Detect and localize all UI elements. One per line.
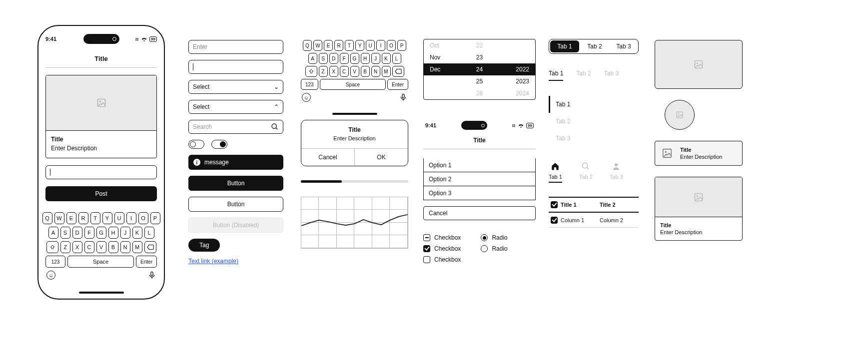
key-d[interactable]: D (72, 227, 82, 239)
key-backspace[interactable] (144, 241, 156, 253)
key-n[interactable]: N (120, 241, 130, 253)
key-s[interactable]: S (60, 227, 70, 239)
key-j[interactable]: J (371, 53, 380, 64)
compose-input[interactable] (45, 165, 157, 179)
key-u[interactable]: U (114, 212, 124, 224)
key-m[interactable]: M (132, 241, 142, 253)
mic-icon[interactable] (399, 93, 407, 102)
tab-2[interactable]: Tab 2 (580, 39, 609, 53)
key-f[interactable]: F (340, 53, 349, 64)
key-b[interactable]: B (361, 66, 370, 77)
post-button[interactable]: Post (45, 186, 157, 201)
secondary-button[interactable]: Button (188, 197, 283, 212)
text-link[interactable]: Text link (example) (188, 258, 283, 265)
key-p[interactable]: P (397, 40, 406, 51)
text-input-enter[interactable]: Enter (188, 40, 283, 54)
tab-2[interactable]: Tab 2 (576, 70, 591, 81)
key-x[interactable]: X (72, 241, 82, 253)
home-indicator[interactable] (79, 292, 124, 294)
select-all-checkbox[interactable] (551, 201, 558, 208)
date-row[interactable]: Oct22 (424, 39, 535, 51)
tab-1[interactable]: Tab 1 (549, 96, 639, 113)
list-card[interactable]: Title Enter Description (655, 141, 743, 166)
tag-chip[interactable]: Tag (188, 239, 220, 252)
key-q[interactable]: Q (303, 40, 312, 51)
checkbox-checked[interactable] (423, 245, 430, 252)
tab-1[interactable]: Tab 1 (549, 70, 563, 81)
key-w[interactable]: W (313, 40, 322, 51)
key-o[interactable]: O (387, 40, 396, 51)
tab-search[interactable]: Tab 2 (579, 162, 593, 183)
key-v[interactable]: V (96, 241, 106, 253)
date-row[interactable]: Nov23 (424, 51, 535, 63)
key-y[interactable]: Y (355, 40, 364, 51)
key-w[interactable]: W (54, 212, 64, 224)
key-s[interactable]: S (319, 53, 328, 64)
key-o[interactable]: O (138, 212, 148, 224)
key-v[interactable]: V (350, 66, 359, 77)
tab-2[interactable]: Tab 2 (549, 113, 639, 130)
key-d[interactable]: D (329, 53, 338, 64)
tab-3[interactable]: Tab 3 (609, 39, 638, 53)
tab-1[interactable]: Tab 1 (550, 40, 579, 52)
emoji-icon[interactable]: ☺ (46, 271, 55, 280)
key-l[interactable]: L (392, 53, 401, 64)
key-k[interactable]: K (132, 227, 142, 239)
key-b[interactable]: B (108, 241, 118, 253)
key-c[interactable]: C (340, 66, 349, 77)
option-3[interactable]: Option 3 (423, 186, 536, 200)
date-picker[interactable]: Oct22Nov23Dec242022252023262024 (423, 39, 536, 100)
text-input-focused[interactable] (188, 60, 283, 74)
key-enter[interactable]: Enter (387, 79, 408, 90)
key-z[interactable]: Z (319, 66, 328, 77)
key-n[interactable]: N (371, 66, 380, 77)
date-row[interactable]: 262024 (424, 87, 535, 99)
sheet-handle[interactable] (332, 113, 377, 115)
key-q[interactable]: Q (42, 212, 52, 224)
option-cancel[interactable]: Cancel (423, 206, 536, 220)
radio-unselected[interactable] (481, 245, 488, 252)
tab-3[interactable]: Tab 3 (549, 130, 639, 147)
key-p[interactable]: P (150, 212, 160, 224)
key-a[interactable]: A (308, 53, 317, 64)
date-row[interactable]: Dec242022 (424, 63, 535, 75)
key-123[interactable]: 123 (301, 79, 318, 90)
radio-selected[interactable] (481, 234, 488, 241)
date-row[interactable]: 252023 (424, 75, 535, 87)
key-m[interactable]: M (382, 66, 391, 77)
key-space[interactable]: Space (320, 79, 386, 90)
key-shift[interactable] (305, 66, 317, 77)
stack-card[interactable]: Title Enter Description (655, 177, 743, 241)
key-space[interactable]: Space (67, 256, 134, 268)
key-r[interactable]: R (334, 40, 343, 51)
emoji-icon[interactable]: ☺ (302, 93, 311, 102)
key-z[interactable]: Z (60, 241, 70, 253)
key-k[interactable]: K (382, 53, 391, 64)
key-i[interactable]: I (126, 212, 136, 224)
key-h[interactable]: H (361, 53, 370, 64)
key-l[interactable]: L (144, 227, 154, 239)
key-a[interactable]: A (48, 227, 58, 239)
key-g[interactable]: G (96, 227, 106, 239)
select-expanded[interactable]: Select ⌃ (188, 100, 283, 114)
dialog-cancel-button[interactable]: Cancel (301, 149, 355, 166)
key-u[interactable]: U (366, 40, 375, 51)
search-input[interactable]: Search (188, 120, 283, 134)
key-i[interactable]: I (376, 40, 385, 51)
primary-button[interactable]: Button (188, 176, 283, 191)
toggle-on[interactable] (211, 140, 227, 149)
key-enter[interactable]: Enter (136, 256, 157, 268)
option-2[interactable]: Option 2 (423, 172, 536, 186)
key-x[interactable]: X (329, 66, 338, 77)
key-backspace[interactable] (392, 66, 404, 77)
key-r[interactable]: R (78, 212, 88, 224)
key-y[interactable]: Y (102, 212, 112, 224)
key-g[interactable]: G (350, 53, 359, 64)
key-123[interactable]: 123 (45, 256, 65, 268)
key-c[interactable]: C (84, 241, 94, 253)
select-collapsed[interactable]: Select ⌄ (188, 80, 283, 94)
tab-profile[interactable]: Tab 3 (610, 162, 623, 183)
key-f[interactable]: F (84, 227, 94, 239)
key-e[interactable]: E (324, 40, 333, 51)
dialog-ok-button[interactable]: OK (355, 149, 408, 166)
